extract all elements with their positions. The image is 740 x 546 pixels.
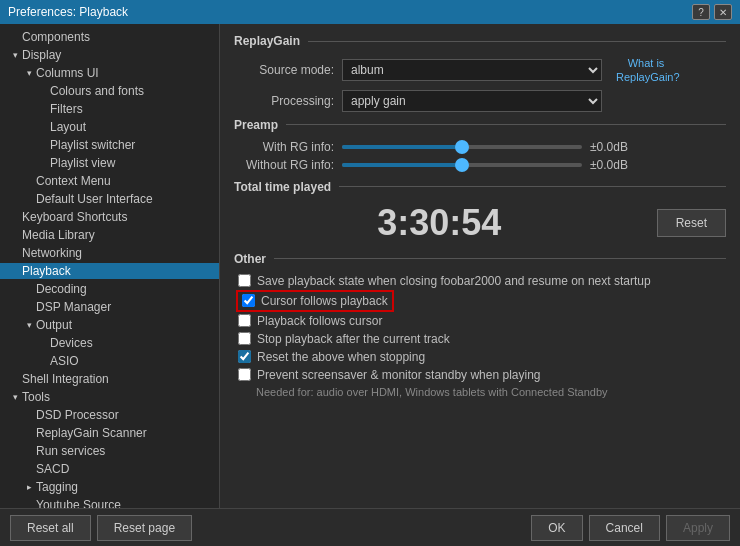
cursor-follows-label: Cursor follows playback (261, 294, 388, 308)
save-state-checkbox[interactable] (238, 274, 251, 287)
sidebar-item-keyboard-shortcuts[interactable]: Keyboard Shortcuts (0, 208, 219, 226)
title-bar: Preferences: Playback ? ✕ (0, 0, 740, 24)
sidebar-label-media-library: Media Library (22, 228, 95, 242)
sidebar: Components▾Display▾Columns UIColours and… (0, 24, 220, 508)
sidebar-label-default-user-interface: Default User Interface (36, 192, 153, 206)
preamp-section-header: Preamp (234, 118, 726, 132)
sidebar-label-output: Output (36, 318, 72, 332)
processing-label: Processing: (234, 94, 334, 108)
sidebar-item-dsp-manager[interactable]: DSP Manager (0, 298, 219, 316)
sidebar-label-columns-ui: Columns UI (36, 66, 99, 80)
playback-follows-row: Playback follows cursor (234, 314, 726, 328)
prevent-sub-label: Needed for: audio over HDMI, Windows tab… (234, 386, 726, 398)
with-rg-row: With RG info: ±0.0dB (234, 140, 726, 154)
stop-after-label: Stop playback after the current track (257, 332, 450, 346)
reset-total-time-button[interactable]: Reset (657, 209, 726, 237)
stop-after-checkbox[interactable] (238, 332, 251, 345)
without-rg-row: Without RG info: ±0.0dB (234, 158, 726, 172)
with-rg-value: ±0.0dB (590, 140, 640, 154)
sidebar-item-filters[interactable]: Filters (0, 100, 219, 118)
sidebar-item-tools[interactable]: ▾Tools (0, 388, 219, 406)
total-time-row: 3:30:54 Reset (234, 202, 726, 244)
sidebar-label-youtube-source: Youtube Source (36, 498, 121, 508)
replaygain-section-header: ReplayGain (234, 34, 726, 48)
sidebar-item-output[interactable]: ▾Output (0, 316, 219, 334)
sidebar-item-colours-fonts[interactable]: Colours and fonts (0, 82, 219, 100)
apply-button[interactable]: Apply (666, 515, 730, 541)
sidebar-item-default-user-interface[interactable]: Default User Interface (0, 190, 219, 208)
sidebar-arrow-output: ▾ (22, 320, 36, 330)
sidebar-item-asio[interactable]: ASIO (0, 352, 219, 370)
sidebar-item-playlist-switcher[interactable]: Playlist switcher (0, 136, 219, 154)
total-time-header: Total time played (234, 180, 726, 194)
sidebar-item-dsd-processor[interactable]: DSD Processor (0, 406, 219, 424)
sidebar-item-media-library[interactable]: Media Library (0, 226, 219, 244)
whatis-replaygain-link[interactable]: What is ReplayGain? (616, 56, 676, 85)
ok-button[interactable]: OK (531, 515, 582, 541)
stop-after-row: Stop playback after the current track (234, 332, 726, 346)
source-mode-label: Source mode: (234, 63, 334, 77)
reset-page-button[interactable]: Reset page (97, 515, 192, 541)
sidebar-label-run-services: Run services (36, 444, 105, 458)
sidebar-label-dsp-manager: DSP Manager (36, 300, 111, 314)
sidebar-item-shell-integration[interactable]: Shell Integration (0, 370, 219, 388)
total-time-section: Total time played 3:30:54 Reset (234, 180, 726, 244)
sidebar-item-networking[interactable]: Networking (0, 244, 219, 262)
without-rg-slider[interactable] (342, 163, 582, 167)
sidebar-label-replaygain-scanner: ReplayGain Scanner (36, 426, 147, 440)
with-rg-slider[interactable] (342, 145, 582, 149)
reset-above-label: Reset the above when stopping (257, 350, 425, 364)
sidebar-item-playlist-view[interactable]: Playlist view (0, 154, 219, 172)
sidebar-label-components: Components (22, 30, 90, 44)
sidebar-item-tagging[interactable]: ▸Tagging (0, 478, 219, 496)
sidebar-label-playlist-view: Playlist view (50, 156, 115, 170)
without-rg-label: Without RG info: (234, 158, 334, 172)
sidebar-item-sacd[interactable]: SACD (0, 460, 219, 478)
sidebar-item-playback[interactable]: Playback (0, 262, 219, 280)
cursor-follows-checkbox[interactable] (242, 294, 255, 307)
sidebar-item-components[interactable]: Components (0, 28, 219, 46)
source-mode-select[interactable]: album off track source (342, 59, 602, 81)
sidebar-arrow-columns-ui: ▾ (22, 68, 36, 78)
sidebar-label-sacd: SACD (36, 462, 69, 476)
save-state-row: Save playback state when closing foobar2… (234, 274, 726, 288)
processing-select[interactable]: apply gain none apply gain and prevent c… (342, 90, 602, 112)
sidebar-item-layout[interactable]: Layout (0, 118, 219, 136)
reset-above-row: Reset the above when stopping (234, 350, 726, 364)
sidebar-label-keyboard-shortcuts: Keyboard Shortcuts (22, 210, 127, 224)
help-button[interactable]: ? (692, 4, 710, 20)
close-button[interactable]: ✕ (714, 4, 732, 20)
sidebar-item-display[interactable]: ▾Display (0, 46, 219, 64)
sidebar-label-playback: Playback (22, 264, 71, 278)
sidebar-label-display: Display (22, 48, 61, 62)
sidebar-item-columns-ui[interactable]: ▾Columns UI (0, 64, 219, 82)
sidebar-item-youtube-source[interactable]: Youtube Source (0, 496, 219, 508)
processing-row: Processing: apply gain none apply gain a… (234, 90, 726, 112)
right-panel: ReplayGain Source mode: album off track … (220, 24, 740, 508)
title-bar-title: Preferences: Playback (8, 5, 128, 19)
sidebar-item-devices[interactable]: Devices (0, 334, 219, 352)
sidebar-item-run-services[interactable]: Run services (0, 442, 219, 460)
sidebar-label-colours-fonts: Colours and fonts (50, 84, 144, 98)
reset-above-checkbox[interactable] (238, 350, 251, 363)
save-state-label: Save playback state when closing foobar2… (257, 274, 651, 288)
cancel-button[interactable]: Cancel (589, 515, 660, 541)
time-display: 3:30:54 (234, 202, 645, 244)
reset-all-button[interactable]: Reset all (10, 515, 91, 541)
playback-follows-label: Playback follows cursor (257, 314, 382, 328)
sidebar-label-filters: Filters (50, 102, 83, 116)
sidebar-label-context-menu: Context Menu (36, 174, 111, 188)
sidebar-item-replaygain-scanner[interactable]: ReplayGain Scanner (0, 424, 219, 442)
sidebar-item-context-menu[interactable]: Context Menu (0, 172, 219, 190)
prevent-checkbox[interactable] (238, 368, 251, 381)
sidebar-arrow-display: ▾ (8, 50, 22, 60)
sidebar-label-shell-integration: Shell Integration (22, 372, 109, 386)
with-rg-label: With RG info: (234, 140, 334, 154)
sidebar-label-asio: ASIO (50, 354, 79, 368)
other-section: Other Save playback state when closing f… (234, 252, 726, 398)
sidebar-label-playlist-switcher: Playlist switcher (50, 138, 135, 152)
sidebar-label-devices: Devices (50, 336, 93, 350)
sidebar-label-decoding: Decoding (36, 282, 87, 296)
playback-follows-checkbox[interactable] (238, 314, 251, 327)
sidebar-item-decoding[interactable]: Decoding (0, 280, 219, 298)
